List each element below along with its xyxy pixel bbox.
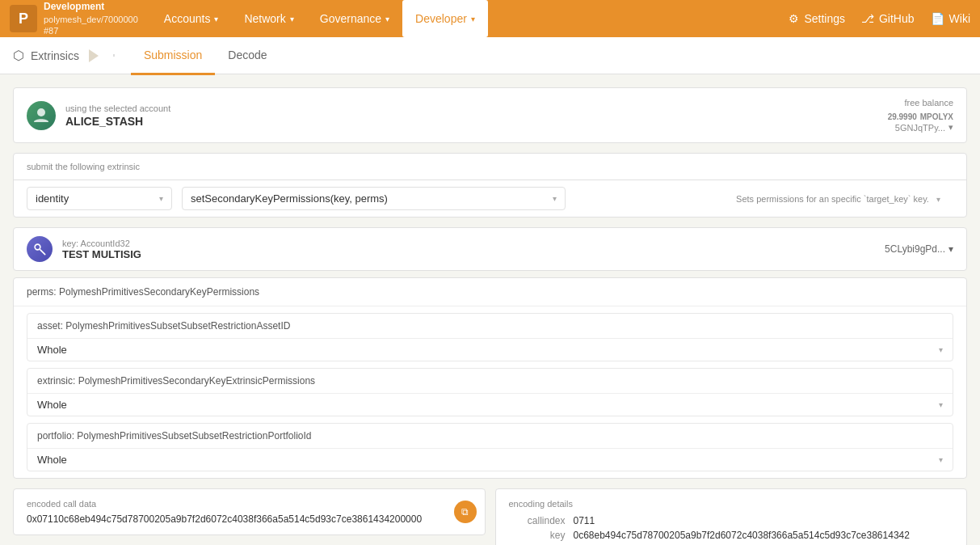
perms-portfolio-row: Whole ▾: [27, 449, 953, 471]
brand-text: Development polymesh_dev/7000000 #87: [44, 1, 138, 36]
chevron-down-icon: ▾: [290, 15, 294, 23]
extrinsic-header: submit the following extrinsic: [14, 154, 966, 180]
chevron-down-icon[interactable]: ▾: [939, 345, 943, 354]
tab-decode[interactable]: Decode: [215, 38, 280, 75]
key-avatar: [27, 236, 53, 262]
chevron-down-icon[interactable]: ▾: [948, 122, 953, 133]
breadcrumb-arrow: [89, 49, 99, 62]
perms-extrinsic-header: extrinsic: PolymeshPrimitivesSecondaryKe…: [27, 369, 953, 394]
chevron-down-icon: ▾: [936, 195, 940, 204]
wiki-icon: 📄: [931, 12, 944, 25]
nav-governance[interactable]: Governance ▾: [307, 0, 402, 37]
perms-portfolio-header: portfolio: PolymeshPrimitivesSubsetSubse…: [27, 424, 953, 449]
chevron-down-icon: ▾: [385, 15, 389, 23]
chevron-down-icon[interactable]: ▾: [939, 400, 943, 409]
settings-button[interactable]: ⚙ Settings: [789, 12, 845, 25]
extrinsic-row: identity ▾ setSecondaryKeyPermissions(ke…: [14, 180, 966, 217]
encoded-call-data-card: encoded call data 0x07110c68eb494c75d787…: [13, 488, 486, 535]
key-info: key: AccountId32 TEST MULTISIG: [62, 239, 885, 260]
perms-extrinsic-row: Whole ▾: [27, 394, 953, 416]
nav-accounts[interactable]: Accounts ▾: [151, 0, 232, 37]
main-content: using the selected account ALICE_STASH f…: [0, 74, 980, 545]
nav-items: Accounts ▾ Network ▾ Governance ▾ Develo…: [151, 0, 789, 37]
key-address: 5CLybi9gPd... ▾: [885, 243, 953, 255]
encoding-details-card: encoding details callindex 0711 key 0c68…: [495, 488, 968, 545]
encoding-key-row: key 0c68eb494c75d78700205a9b7f2d6072c403…: [509, 530, 954, 541]
account-balance: free balance 29.9990 MPOLYX 5GNJqTPy... …: [888, 98, 953, 133]
chevron-down-icon: ▾: [553, 194, 557, 203]
account-info: using the selected account ALICE_STASH: [65, 104, 888, 128]
navbar: P Development polymesh_dev/7000000 #87 A…: [0, 0, 980, 37]
chevron-down-icon[interactable]: ▾: [948, 243, 953, 255]
chevron-down-icon[interactable]: ▾: [939, 455, 943, 464]
perms-asset: asset: PolymeshPrimitivesSubsetSubsetRes…: [27, 313, 953, 361]
svg-point-0: [37, 108, 45, 116]
copy-call-data-button[interactable]: ⧉: [454, 501, 477, 523]
extrinsics-section: ⬡ Extrinsics: [13, 48, 115, 63]
extrinsic-card: submit the following extrinsic identity …: [13, 153, 967, 218]
bottom-grid: encoded call data 0x07110c68eb494c75d787…: [13, 488, 967, 545]
github-link[interactable]: ⎇ GitHub: [861, 12, 915, 25]
chevron-down-icon: ▾: [159, 194, 163, 203]
extrinsics-icon: ⬡: [13, 48, 24, 63]
svg-point-1: [35, 244, 40, 250]
perms-extrinsic: extrinsic: PolymeshPrimitivesSecondaryKe…: [27, 368, 953, 416]
nav-network[interactable]: Network ▾: [231, 0, 306, 37]
perms-portfolio: portfolio: PolymeshPrimitivesSubsetSubse…: [27, 423, 953, 471]
perms-asset-header: asset: PolymeshPrimitivesSubsetSubsetRes…: [27, 314, 953, 339]
brand-logo: P: [10, 5, 37, 32]
key-section: key: AccountId32 TEST MULTISIG 5CLybi9gP…: [13, 227, 967, 271]
method-select[interactable]: setSecondaryKeyPermissions(key, perms) ▾: [182, 187, 566, 210]
gear-icon: ⚙: [789, 12, 799, 25]
method-hint: Sets permissions for an specific `target…: [575, 194, 954, 204]
encoded-column: encoded call data 0x07110c68eb494c75d787…: [13, 488, 486, 545]
nav-developer[interactable]: Developer ▾: [402, 0, 488, 37]
wiki-link[interactable]: 📄 Wiki: [931, 12, 970, 25]
perms-asset-row: Whole ▾: [27, 339, 953, 361]
module-select[interactable]: identity ▾: [27, 187, 172, 210]
brand[interactable]: P Development polymesh_dev/7000000 #87: [10, 1, 138, 36]
perms-section: perms: PolymeshPrimitivesSecondaryKeyPer…: [13, 277, 967, 479]
chevron-down-icon: ▾: [471, 15, 475, 23]
account-card: using the selected account ALICE_STASH f…: [13, 87, 967, 143]
tab-submission[interactable]: Submission: [131, 38, 215, 75]
account-avatar: [27, 101, 56, 130]
tabs-bar: ⬡ Extrinsics Submission Decode: [0, 37, 980, 74]
encoding-callindex-row: callindex 0711: [509, 515, 954, 526]
chevron-down-icon: ▾: [214, 15, 218, 23]
github-icon: ⎇: [861, 12, 874, 25]
perms-header: perms: PolymeshPrimitivesSecondaryKeyPer…: [14, 278, 966, 306]
nav-right: ⚙ Settings ⎇ GitHub 📄 Wiki: [789, 12, 970, 25]
